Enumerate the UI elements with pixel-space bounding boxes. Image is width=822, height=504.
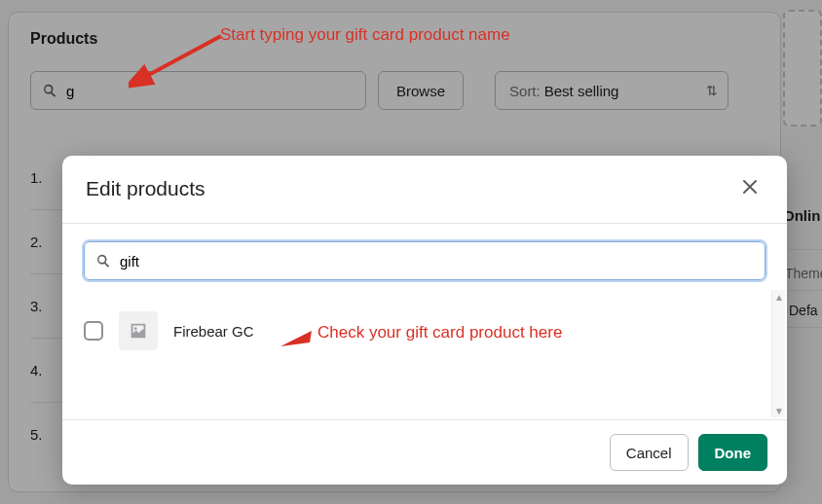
scroll-down-icon[interactable]: ▼	[772, 404, 786, 417]
modal-search[interactable]	[84, 241, 766, 280]
product-thumbnail	[119, 311, 158, 350]
result-item[interactable]: Firebear GC	[84, 306, 766, 356]
modal-body: Firebear GC ▲ ▼	[62, 224, 787, 419]
cancel-button[interactable]: Cancel	[610, 434, 689, 471]
scrollbar[interactable]: ▲ ▼	[771, 290, 785, 417]
modal-footer: Cancel Done	[62, 419, 787, 485]
result-checkbox[interactable]	[84, 321, 103, 341]
modal-search-input[interactable]	[120, 253, 755, 270]
close-button[interactable]	[736, 173, 764, 203]
close-icon	[740, 177, 760, 197]
search-icon	[94, 252, 112, 270]
modal-title: Edit products	[86, 177, 206, 200]
modal-header: Edit products	[62, 156, 787, 224]
result-name: Firebear GC	[173, 323, 254, 340]
edit-products-modal: Edit products Firebear GC ▲ ▼ Cancel Don…	[62, 156, 787, 485]
done-button[interactable]: Done	[698, 434, 768, 471]
scroll-up-icon[interactable]: ▲	[772, 290, 786, 304]
image-placeholder-icon	[128, 320, 149, 342]
modal-result-list: Firebear GC	[84, 306, 766, 356]
